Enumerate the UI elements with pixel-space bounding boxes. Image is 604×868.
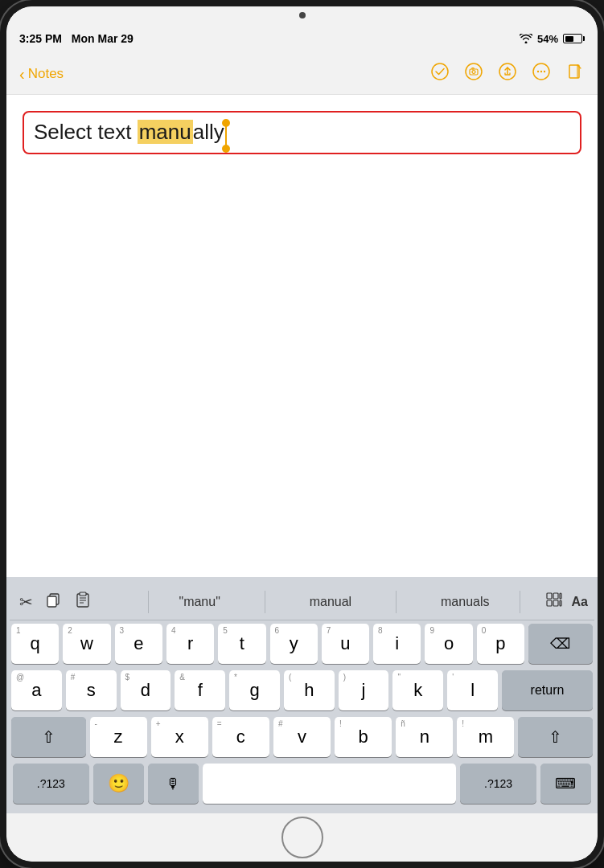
more-icon[interactable] (532, 62, 551, 85)
battery-icon (563, 34, 585, 43)
key-s[interactable]: #s (66, 670, 117, 710)
camera-icon[interactable] (464, 62, 483, 85)
key-c[interactable]: =c (212, 717, 269, 757)
svg-point-1 (466, 63, 482, 80)
compose-icon[interactable] (565, 62, 585, 85)
svg-rect-12 (47, 596, 56, 607)
key-a[interactable]: @a (11, 670, 62, 710)
numbers-right-key[interactable]: .?123 (460, 764, 536, 804)
status-time-date: 3:25 PM Mon Mar 29 (19, 32, 134, 45)
grid-icon[interactable] (546, 592, 562, 611)
key-row-2: @a #s $d &f *g (h )j "k 'l return (11, 670, 593, 710)
cursor-handle-bottom (222, 145, 230, 153)
edit-tools: ✂ (16, 588, 145, 615)
nav-action-icons (430, 62, 585, 85)
svg-point-7 (537, 71, 539, 72)
suggestion-manuals[interactable]: manuals (431, 592, 499, 612)
battery-percent: 54% (537, 33, 558, 45)
svg-rect-19 (553, 593, 558, 599)
shift-right-key[interactable]: ⇧ (518, 717, 592, 757)
key-row-3: ⇧ -z +x =c #v !b ñn !m ⇧ (11, 717, 593, 757)
svg-point-0 (432, 63, 448, 80)
svg-rect-20 (560, 593, 561, 599)
shift-left-key[interactable]: ⇧ (11, 717, 85, 757)
note-content-area[interactable]: Select text manually (6, 95, 598, 577)
status-date: Mon Mar 29 (72, 32, 134, 45)
hide-keyboard-key[interactable]: ⌨ (540, 764, 591, 804)
key-n[interactable]: ñn (396, 717, 453, 757)
svg-rect-14 (80, 592, 86, 596)
divider-mid1 (265, 591, 265, 613)
key-w[interactable]: 2w (63, 624, 110, 664)
key-x[interactable]: +x (151, 717, 208, 757)
key-j[interactable]: )j (339, 670, 389, 710)
key-z[interactable]: -z (90, 717, 147, 757)
svg-point-9 (544, 71, 545, 72)
delete-key[interactable]: ⌫ (528, 624, 593, 664)
checkmark-icon[interactable] (430, 62, 450, 85)
selected-text: manu (138, 120, 193, 144)
status-indicators: 54% (520, 33, 585, 45)
return-key[interactable]: return (502, 670, 593, 710)
key-u[interactable]: 7u (322, 624, 369, 664)
divider-right (520, 591, 520, 613)
emoji-key[interactable]: 🙂 (93, 764, 144, 804)
key-g[interactable]: *g (229, 670, 280, 710)
divider-mid2 (396, 591, 397, 613)
key-d[interactable]: $d (121, 670, 171, 710)
home-area (6, 813, 598, 862)
divider-left (148, 591, 149, 613)
svg-rect-18 (547, 593, 552, 599)
suggestion-manual[interactable]: manual (300, 592, 361, 612)
key-l[interactable]: 'l (447, 670, 498, 710)
font-size-icon[interactable]: Aa (572, 595, 588, 609)
numbers-left-key[interactable]: .?123 (13, 764, 89, 804)
cut-icon[interactable]: ✂ (16, 589, 36, 615)
text-cursor (225, 124, 227, 146)
key-f[interactable]: &f (175, 670, 225, 710)
front-camera (299, 12, 306, 18)
svg-rect-22 (553, 600, 558, 606)
suggestions-list: "manu" manual manuals (152, 591, 516, 613)
note-text[interactable]: Select text manually (34, 120, 227, 144)
key-r[interactable]: 4r (166, 624, 214, 664)
key-row-1: 1q 2w 3e 4r 5t 6y 7u 8i 9o 0p ⌫ (11, 624, 593, 664)
svg-rect-4 (472, 68, 475, 70)
key-p[interactable]: 0p (477, 624, 524, 664)
paste-icon[interactable] (72, 588, 94, 615)
key-q[interactable]: 1q (11, 624, 59, 664)
space-key[interactable] (203, 764, 456, 804)
key-i[interactable]: 8i (373, 624, 421, 664)
back-button[interactable]: ‹ Notes (19, 66, 64, 82)
key-h[interactable]: (h (284, 670, 335, 710)
svg-rect-23 (560, 600, 561, 606)
back-label: Notes (28, 66, 64, 82)
wifi-icon (520, 34, 532, 43)
key-t[interactable]: 5t (218, 624, 265, 664)
key-y[interactable]: 6y (270, 624, 318, 664)
nav-bar: ‹ Notes (6, 53, 598, 95)
key-o[interactable]: 9o (425, 624, 472, 664)
share-icon[interactable] (498, 62, 517, 85)
suggestion-quoted[interactable]: "manu" (169, 592, 229, 612)
svg-point-3 (472, 71, 475, 74)
key-m[interactable]: !m (457, 717, 514, 757)
mic-key[interactable]: 🎙 (148, 764, 199, 804)
key-k[interactable]: "k (392, 670, 443, 710)
key-b[interactable]: !b (335, 717, 392, 757)
svg-rect-21 (547, 600, 552, 606)
keyboard-area: ✂ (6, 577, 598, 813)
key-row-bottom: .?123 🙂 🎙 .?123 ⌨ (11, 764, 593, 804)
top-bar (6, 6, 598, 24)
autocomplete-bar: ✂ (10, 583, 594, 620)
copy-icon[interactable] (43, 588, 65, 615)
svg-point-8 (540, 71, 542, 72)
keyboard-rows: 1q 2w 3e 4r 5t 6y 7u 8i 9o 0p ⌫ @a #s $d (10, 620, 594, 810)
ipad-device: 3:25 PM Mon Mar 29 54% (0, 0, 604, 868)
home-button[interactable] (281, 817, 323, 858)
note-text-box: Select text manually (23, 111, 581, 154)
keyboard-right-icons: Aa (524, 592, 588, 611)
key-v[interactable]: #v (273, 717, 331, 757)
back-chevron-icon: ‹ (19, 66, 25, 82)
key-e[interactable]: 3e (115, 624, 162, 664)
